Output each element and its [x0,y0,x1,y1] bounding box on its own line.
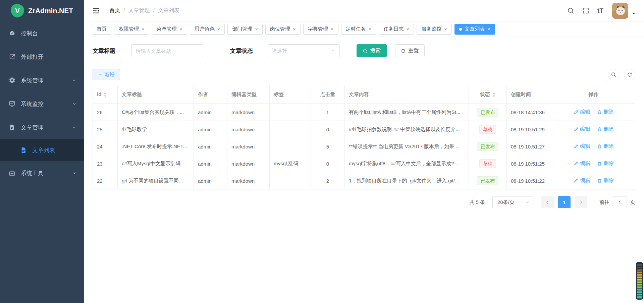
prev-page-button[interactable] [541,196,554,208]
cell-author: admin [194,104,227,121]
close-icon[interactable]: × [142,27,145,32]
logo-icon: V [11,4,24,17]
toolbox-icon [9,170,15,176]
sidebar-item-article-manage[interactable]: 文章管理 [0,116,84,139]
collapse-sidebar-icon[interactable] [92,7,100,15]
scroll-progress-widget[interactable] [636,262,643,300]
tab-label: 任务日志 [383,26,404,32]
logo-letter: V [15,7,19,15]
tab-item[interactable]: 用户角色× [190,24,225,35]
cell-tags [270,121,311,138]
close-icon[interactable]: × [406,27,409,32]
cell-content: 有两个list,listA 和listB，listA中有三个属性列为St... [345,104,469,121]
sidebar-item-label: 文章列表 [32,146,55,154]
close-icon[interactable]: × [179,27,182,32]
refresh-icon [627,72,632,77]
goto-page-input[interactable] [613,196,627,208]
refresh-table-button[interactable] [624,69,635,80]
tab-item[interactable]: 字典管理× [303,24,338,35]
tab-label: 字典管理 [308,26,328,32]
close-icon[interactable]: × [331,27,334,32]
sidebar-item-external-open[interactable]: 外部打开 [0,45,84,69]
add-button[interactable]: 新增 [93,69,120,80]
close-icon[interactable]: × [217,27,220,32]
column-header: 点击量 [311,85,345,104]
delete-link[interactable]: 删除 [597,143,614,149]
article-title-input[interactable] [131,44,203,57]
delete-link-label: 删除 [604,126,614,132]
tab-item[interactable]: 部门管理× [227,24,263,35]
sort-caret-icon[interactable] [103,92,107,97]
delete-link[interactable]: 删除 [597,160,614,167]
tab-item[interactable]: 定时任务× [341,24,376,35]
article-status-select[interactable]: 请选择 [268,44,340,57]
chevron-up-icon [72,125,76,130]
cell-status: 已发布 [469,172,507,189]
sidebar-item-system-tools[interactable]: 系统工具 [0,161,84,185]
tab-item[interactable]: 文章列表× [454,24,495,35]
close-icon[interactable]: × [369,27,372,32]
edit-link[interactable]: 编辑 [574,126,590,132]
cell-tags [270,172,311,189]
cell-ops: 编辑删除 [552,138,635,155]
column-header[interactable]: 状态 [469,85,507,104]
refresh-icon [401,48,406,53]
document-icon [20,147,27,154]
gear-icon [9,77,15,84]
tab-item[interactable]: 首页 [92,24,111,35]
cell-hits: 0 [311,121,345,138]
sidebar-item-article-list[interactable]: 文章列表 [0,139,84,161]
main-area: 首页/文章管理/文章列表 tT [84,0,644,303]
edit-link[interactable]: 编辑 [574,177,590,184]
breadcrumb-item: 文章管理 [128,7,150,14]
sort-caret-icon[interactable] [492,92,496,97]
column-header: 操作 [552,85,635,104]
filter-form: 文章标题 文章状态 请选择 搜索 重置 [93,37,635,64]
tab-item[interactable]: 服务监控× [417,24,452,35]
page-number-button[interactable]: 1 [558,196,571,208]
search-button[interactable]: 搜索 [357,44,387,57]
tab-item[interactable]: 菜单管理× [152,24,187,35]
reset-button[interactable]: 重置 [395,44,425,57]
sidebar-item-label: 外部打开 [21,53,44,61]
breadcrumb-item[interactable]: 首页 [109,7,120,14]
delete-link[interactable]: 删除 [597,177,614,184]
edit-link[interactable]: 编辑 [574,160,590,167]
search-icon[interactable] [567,7,574,14]
next-page-button[interactable] [575,196,587,208]
sidebar-item-console[interactable]: 控制台 [0,21,84,45]
tab-label: 部门管理 [232,26,252,32]
pagination: 共 5 条 20条/页 1 前往 页 [93,196,635,208]
column-header[interactable]: id [93,85,118,104]
close-icon[interactable]: × [255,27,258,32]
page-size-select[interactable]: 20条/页 [492,196,533,208]
font-size-icon[interactable]: tT [597,7,603,14]
edit-link[interactable]: 编辑 [574,109,590,115]
cell-ops: 编辑删除 [552,155,635,172]
avatar[interactable] [612,3,628,19]
tab-item[interactable]: 权限管理× [114,24,149,35]
close-icon[interactable]: × [487,27,490,32]
close-icon[interactable]: × [444,27,447,32]
delete-link[interactable]: 删除 [597,109,614,115]
column-header: 文章标题 [118,85,194,104]
sidebar-item-label: 控制台 [21,30,38,37]
chevron-down-icon [72,102,76,106]
cell-content: **错误提示** 当电脑更新 VS2017 版本后，如果... [345,138,469,155]
sidebar-item-system-monitor[interactable]: 系统监控 [0,92,84,116]
toggle-search-button[interactable] [608,69,619,80]
edit-link[interactable]: 编辑 [574,143,590,149]
chevron-down-icon [72,171,76,175]
delete-link[interactable]: 删除 [597,126,614,132]
tab-item[interactable]: 任务日志× [379,24,414,35]
cell-hits: 0 [311,155,345,172]
sidebar-item-system-manage[interactable]: 系统管理 [0,69,84,92]
add-button-label: 新增 [105,72,115,78]
fullscreen-icon[interactable] [582,7,589,14]
user-menu-caret-icon[interactable] [632,11,636,16]
column-header-label: 作者 [198,91,208,97]
close-icon[interactable]: × [293,27,296,32]
cell-title: C#两个list集合实现关联，... [118,104,194,121]
cell-created: 08-19 10:51:22 [507,172,552,189]
tab-item[interactable]: 岗位管理× [265,24,301,35]
